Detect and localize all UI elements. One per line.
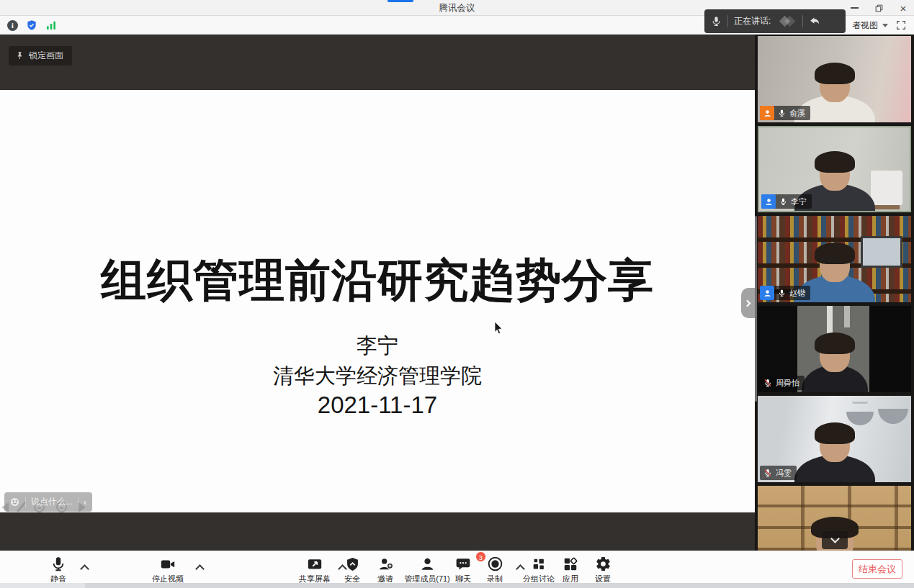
end-meeting-button[interactable]: 结束会议 (852, 559, 902, 579)
chevron-right-icon (744, 299, 751, 307)
chat-input-placeholder[interactable]: 说点什么... (31, 496, 73, 508)
chevron-down-icon (830, 534, 840, 543)
participant-nameplate: 赵锴 (760, 286, 810, 300)
logo-diamonds-icon (781, 17, 794, 25)
restore-button[interactable] (872, 1, 885, 14)
participant-name: 周舜怡 (776, 378, 799, 389)
participant-video-yuxi[interactable]: 俞溪 (758, 36, 911, 122)
share-screen-icon (306, 556, 323, 572)
chat-collapse-icon[interactable]: ‹ (84, 497, 86, 507)
apps-grid-icon (563, 556, 578, 572)
window-controls: × (848, 0, 910, 16)
stop-video-button[interactable]: 停止视频 (146, 555, 189, 584)
sidebar-collapse-handle[interactable] (741, 288, 755, 318)
apps-button[interactable]: 应用 (553, 555, 588, 584)
mic-icon (711, 16, 722, 27)
chat-bubble-icon (455, 556, 471, 572)
share-screen-button[interactable]: 共享屏幕 (293, 555, 336, 584)
invite-person-icon (377, 556, 394, 572)
pin-icon (15, 51, 24, 60)
participant-video-zhaokai[interactable]: 赵锴 (758, 216, 911, 302)
chevron-down-icon (882, 24, 888, 27)
close-button[interactable]: × (897, 1, 910, 14)
gear-icon (595, 556, 611, 572)
view-mode-dropdown[interactable]: 者视图 (852, 19, 888, 32)
mic-icon (50, 556, 66, 572)
host-badge-icon (760, 106, 774, 120)
security-label: 安全 (335, 574, 369, 584)
mouse-cursor (494, 322, 503, 335)
shield-icon (345, 556, 360, 572)
fullscreen-icon[interactable] (895, 19, 907, 31)
presentation-slide: 组织管理前沿研究趋势分享 李宁 清华大学经济管理学院 2021-11-17 (0, 90, 755, 512)
mute-button[interactable]: 静音 (41, 555, 76, 584)
mic-on-icon (778, 108, 786, 118)
slide-affiliation: 清华大学经济管理学院 (0, 362, 755, 391)
speaking-indicator-tooltip: 正在讲话: (704, 9, 846, 33)
participant-video-lining[interactable]: 李宁 (758, 126, 911, 212)
chat-label: 聊天 (446, 574, 480, 584)
participant-nameplate: 俞溪 (760, 106, 810, 120)
scene-lamp (846, 412, 874, 425)
participant-name: 俞溪 (789, 108, 805, 119)
chat-button[interactable]: 3 聊天 (446, 555, 480, 584)
settings-button[interactable]: 设置 (586, 555, 620, 584)
participant-video-fengwen[interactable]: 冯雯 (758, 396, 911, 482)
member-icon (419, 556, 436, 572)
quick-chat-bar[interactable]: 说点什么... ‹ (4, 492, 92, 512)
breakout-squares-icon (531, 556, 547, 572)
security-shield-icon[interactable] (26, 19, 37, 31)
mic-on-icon (778, 288, 786, 298)
record-label: 录制 (478, 574, 512, 584)
slide-title: 组织管理前沿研究趋势分享 (0, 250, 755, 312)
settings-label: 设置 (586, 574, 620, 584)
record-button[interactable]: 录制 (478, 555, 512, 584)
member-badge-icon (761, 194, 776, 209)
scene-ceiling-light (844, 306, 850, 327)
participant-nameplate: 周舜怡 (760, 376, 805, 390)
security-button[interactable]: 安全 (335, 555, 369, 584)
share-screen-label: 共享屏幕 (293, 574, 336, 584)
reply-arrow-icon[interactable] (809, 15, 821, 27)
mute-label: 静音 (41, 574, 76, 584)
participant-nameplate: 李宁 (761, 194, 812, 209)
participant-name: 冯雯 (776, 468, 792, 479)
sidebar-scrollbar[interactable] (755, 216, 757, 402)
participant-figure (802, 336, 868, 392)
view-mode-label: 者视图 (852, 19, 878, 32)
meeting-control-bar: 静音 停止视频 共享屏幕 安全 邀请 管理成员(71) 3 聊天 录制 分组讨论 (0, 551, 914, 583)
speaking-label: 正在讲话: (734, 15, 771, 27)
scene-printer (871, 171, 902, 205)
video-options-chevron[interactable] (195, 564, 205, 574)
shared-screen-area: 锁定画面 组织管理前沿研究趋势分享 李宁 清华大学经济管理学院 2021-11-… (0, 35, 755, 551)
lock-view-button[interactable]: 锁定画面 (9, 46, 72, 65)
mic-on-icon (779, 196, 787, 207)
mute-options-chevron[interactable] (80, 564, 89, 574)
camera-icon (159, 556, 176, 572)
slide-date: 2021-11-17 (0, 392, 755, 419)
lock-view-label: 锁定画面 (29, 50, 63, 62)
participant-name: 赵锴 (789, 288, 805, 299)
emoji-smiley-icon[interactable] (9, 497, 20, 507)
participant-name: 李宁 (791, 196, 807, 207)
record-icon (487, 556, 503, 572)
network-signal-icon[interactable] (45, 19, 57, 31)
meeting-info-icon[interactable]: i (7, 20, 18, 31)
mic-muted-icon (763, 378, 772, 388)
participants-sidebar: 俞溪 李宁 赵锴 周舜怡 冯雯 (755, 35, 914, 551)
minimize-button[interactable] (848, 1, 861, 14)
participant-nameplate: 冯雯 (760, 466, 797, 480)
scene-lamp (878, 409, 908, 424)
slide-presenter: 李宁 (0, 332, 755, 361)
stop-video-label: 停止视频 (146, 574, 189, 584)
scroll-down-button[interactable] (822, 531, 848, 549)
mic-muted-icon (763, 468, 772, 478)
participant-video-zhoushunyi[interactable]: 周舜怡 (758, 306, 911, 392)
participant-figure (794, 426, 875, 482)
apps-label: 应用 (553, 574, 588, 584)
member-badge-icon (760, 286, 774, 300)
